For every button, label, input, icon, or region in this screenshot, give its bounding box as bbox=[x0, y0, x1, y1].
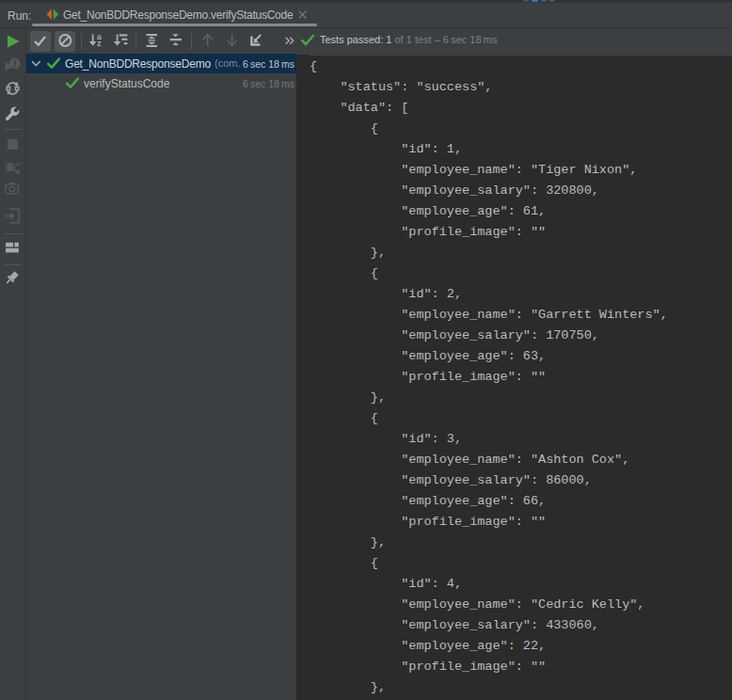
svg-text:z: z bbox=[97, 39, 101, 48]
